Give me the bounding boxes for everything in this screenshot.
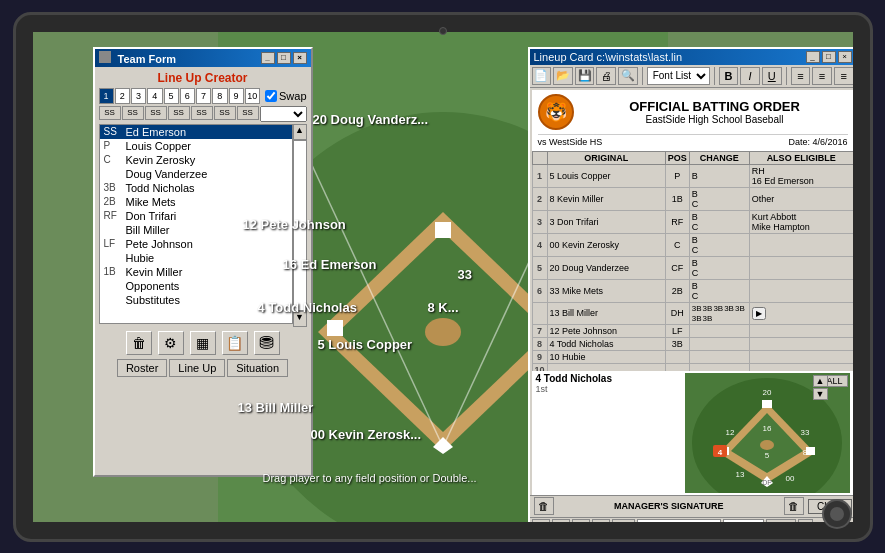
status-check2-btn[interactable]: ☑ (592, 519, 610, 522)
row-num-1: 1 (532, 164, 547, 187)
table-row: 2 8 Kevin Miller 1B BC Other (532, 187, 853, 210)
ss-dropdown[interactable] (260, 106, 307, 122)
win-controls[interactable]: _ □ × (261, 52, 307, 64)
table-row: 5 20 Doug Vanderzee CF BC (532, 256, 853, 279)
lc-new-btn[interactable]: 📄 (532, 67, 552, 85)
status-check1-btn[interactable]: ☑ (572, 519, 590, 522)
lc-maximize-btn[interactable]: □ (822, 51, 836, 63)
lc-open-btn[interactable]: 📂 (553, 67, 573, 85)
grid-icon-btn[interactable]: ▦ (190, 331, 216, 355)
lc-win-controls[interactable]: _ □ × (806, 51, 852, 63)
player-item-todd-nicholas[interactable]: 3B Todd Nicholas (100, 181, 292, 195)
player-item-ed-emerson[interactable]: SS Ed Emerson (100, 125, 292, 139)
svg-point-15 (760, 440, 774, 450)
player-pos-cf (104, 168, 126, 180)
lc-bold-btn[interactable]: B (719, 67, 739, 85)
stats-btn[interactable]: Stats (766, 519, 797, 522)
mini-num-12: 12 (725, 428, 734, 437)
player-name-kevin-miller: Kevin Miller (126, 266, 288, 278)
close-btn[interactable]: × (293, 52, 307, 64)
obo-title: OFFICIAL BATTING ORDER (582, 99, 848, 114)
num-cell-1[interactable]: 1 (99, 88, 114, 104)
lc-underline-btn[interactable]: U (762, 67, 782, 85)
row-num-2: 2 (532, 187, 547, 210)
scroll-up-arrow[interactable]: ▲ (813, 375, 828, 387)
num-cell-9[interactable]: 9 (229, 88, 244, 104)
swap-checkbox[interactable] (265, 90, 277, 102)
player-item-opponents[interactable]: Opponents (100, 279, 292, 293)
dh-scroll-right[interactable]: ▶ (752, 307, 766, 320)
lc-preview-btn[interactable]: 🔍 (618, 67, 638, 85)
status-list-btn[interactable]: ≡ (552, 519, 570, 522)
player-pos-p: P (104, 140, 126, 152)
lc-minimize-btn[interactable]: _ (806, 51, 820, 63)
status-settings-btn[interactable]: ⚙ (532, 519, 550, 522)
lc-toolbar: 📄 📂 💾 🖨 🔍 Font List B I U ≡ ≡ ≡ (530, 65, 853, 88)
lc-save-btn[interactable]: 💾 (575, 67, 595, 85)
svg-rect-6 (435, 222, 451, 238)
num-cell-3[interactable]: 3 (131, 88, 146, 104)
manager-delete-btn2[interactable]: 🗑 (784, 497, 804, 515)
num-cell-7[interactable]: 7 (196, 88, 211, 104)
lc-align-center-btn[interactable]: ≡ (812, 67, 832, 85)
lc-print-btn[interactable]: 🖨 (596, 67, 616, 85)
table-row: 3 3 Don Trifari RF BC Kurt AbbottMike Ha… (532, 210, 853, 233)
row-change-3: BC (689, 210, 749, 233)
lc-font-select[interactable]: Font List (647, 67, 710, 85)
list-scroll-up[interactable]: ▲ (293, 124, 307, 140)
lc-italic-btn[interactable]: I (740, 67, 760, 85)
minimize-btn[interactable]: _ (261, 52, 275, 64)
home-button[interactable] (822, 499, 852, 529)
tab-lineup[interactable]: Line Up (169, 359, 225, 377)
player-item-hubie[interactable]: Hubie (100, 251, 292, 265)
selected-player-order: 1st (536, 384, 685, 394)
row-change-6: BC (689, 279, 749, 302)
row-change-7 (689, 324, 749, 337)
row-player-1: 5 Louis Copper (547, 164, 665, 187)
team-form-title: Team Form (118, 53, 176, 65)
lc-align-left-btn[interactable]: ≡ (791, 67, 811, 85)
num-cell-6[interactable]: 6 (180, 88, 195, 104)
manager-delete-btn[interactable]: 🗑 (534, 497, 554, 515)
num-cell-10[interactable]: 10 (245, 88, 260, 104)
player-item-kevin-miller[interactable]: 1B Kevin Miller (100, 265, 292, 279)
delete-icon-btn[interactable]: 🗑 (126, 331, 152, 355)
settings-icon-btn[interactable]: ⚙ (158, 331, 184, 355)
svg-rect-8 (327, 320, 343, 336)
player-item-doug-vanderzee[interactable]: Doug Vanderzee (100, 167, 292, 181)
player-item-mike-mets[interactable]: 2B Mike Mets (100, 195, 292, 209)
help-btn[interactable]: ? (798, 519, 813, 522)
row-change-8 (689, 337, 749, 350)
status-1-9-btn[interactable]: 1-9 (612, 519, 635, 522)
num-cell-2[interactable]: 2 (115, 88, 130, 104)
landscape-select[interactable]: Landscape 2up (637, 519, 721, 522)
row-also-8 (749, 337, 852, 350)
player-item-pete-johnson[interactable]: LF Pete Johnson (100, 237, 292, 251)
home-button-inner (830, 507, 844, 521)
dh-bb-5: 3B (735, 304, 745, 313)
player-pos-opp (104, 280, 126, 292)
row-pos-9 (665, 350, 689, 363)
row-num-10: 10 (532, 363, 547, 371)
player-item-louis-copper[interactable]: P Louis Copper (100, 139, 292, 153)
copy-icon-btn[interactable]: 📋 (222, 331, 248, 355)
num-cell-4[interactable]: 4 (147, 88, 162, 104)
dh-bb-3: 3B (713, 304, 723, 313)
player-item-kevin-zerosky[interactable]: C Kevin Zerosky (100, 153, 292, 167)
svg-rect-17 (762, 400, 772, 408)
ss-row: SS SS SS SS SS SS SS (99, 106, 307, 122)
lc-close-btn[interactable]: × (838, 51, 852, 63)
num-cell-5[interactable]: 5 (164, 88, 179, 104)
lc-align-right-btn[interactable]: ≡ (834, 67, 853, 85)
field-player-zerosky: 00 Kevin Zerosk... (311, 427, 422, 442)
maximize-btn[interactable]: □ (277, 52, 291, 64)
tab-roster[interactable]: Roster (117, 359, 167, 377)
row-pos-10 (665, 363, 689, 371)
num-cell-8[interactable]: 8 (212, 88, 227, 104)
mini-num-16: 16 (762, 424, 771, 433)
row-also-3: Kurt AbbottMike Hampton (749, 210, 852, 233)
scroll-down-arrow[interactable]: ▼ (813, 388, 828, 400)
auto-select[interactable]: Auto (723, 519, 764, 522)
tab-situation[interactable]: Situation (227, 359, 288, 377)
field-icon-btn[interactable]: ⛃ (254, 331, 280, 355)
